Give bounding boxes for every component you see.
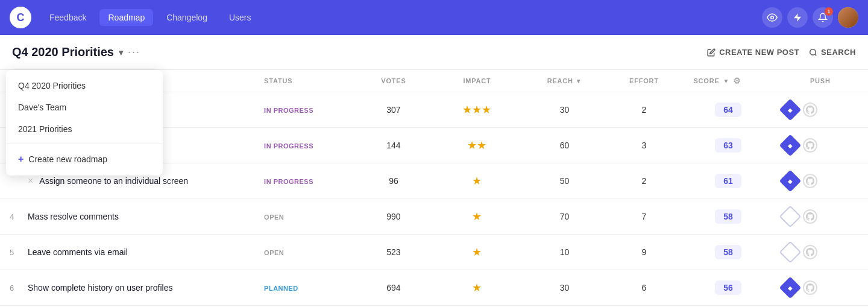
- row-title-cell: 5 Leave comments via email: [0, 235, 254, 270]
- row-votes-cell: 144: [358, 128, 430, 163]
- github-icon[interactable]: [803, 138, 817, 153]
- row-reach-cell: 10: [525, 235, 605, 270]
- row-reach-cell: 70: [525, 199, 605, 235]
- row-votes-cell: 990: [358, 199, 430, 235]
- github-icon[interactable]: [803, 245, 817, 259]
- row-score-cell: 58: [684, 199, 772, 235]
- row-effort-cell: 7: [605, 199, 684, 235]
- row-title-cell: 6 Show complete history on user profiles: [0, 270, 254, 306]
- create-roadmap-label: Create new roadmap: [28, 154, 107, 164]
- dropdown-item-daves-team[interactable]: Dave's Team: [6, 97, 163, 118]
- push-diamond-icon[interactable]: ◆: [779, 277, 801, 299]
- row-score-cell: 61: [684, 163, 772, 199]
- create-post-label: CREATE NEW POST: [719, 48, 799, 57]
- create-post-button[interactable]: CREATE NEW POST: [707, 48, 799, 57]
- github-icon[interactable]: [803, 280, 817, 295]
- row-votes-cell: 694: [358, 270, 430, 306]
- dropdown-divider: [6, 144, 163, 144]
- eye-icon-button[interactable]: [762, 7, 782, 28]
- row-votes-cell: 307: [358, 92, 430, 128]
- page-title: Q4 2020 Priorities: [12, 45, 114, 59]
- col-header-impact: IMPACT: [429, 70, 524, 92]
- bell-icon-button[interactable]: 1: [813, 7, 833, 28]
- col-header-status: STATUS: [254, 70, 357, 92]
- table-row: 5 Leave comments via email OPEN 523 ★ 10…: [0, 235, 868, 270]
- score-value: 64: [715, 103, 741, 117]
- logo[interactable]: C: [10, 7, 31, 28]
- score-value: 61: [715, 174, 741, 188]
- row-impact-cell: ★: [429, 199, 524, 235]
- table-row: 6 Show complete history on user profiles…: [0, 270, 868, 306]
- score-gear-icon[interactable]: ⚙: [733, 76, 741, 86]
- row-effort-cell: 3: [605, 128, 684, 163]
- col-header-votes: VOTES: [358, 70, 430, 92]
- push-diamond-icon-ghost[interactable]: [779, 206, 801, 228]
- bell-badge: 1: [825, 7, 833, 16]
- push-diamond-icon-ghost[interactable]: [779, 241, 801, 264]
- plus-icon: +: [18, 154, 24, 165]
- row-title[interactable]: Show complete history on user profiles: [28, 283, 172, 293]
- row-votes-cell: 96: [358, 163, 430, 199]
- row-reach-cell: 30: [525, 270, 605, 306]
- col-header-reach[interactable]: REACH ▼: [525, 70, 605, 92]
- status-badge: OPEN: [264, 214, 284, 221]
- row-status-cell: OPEN: [254, 199, 357, 235]
- table-row: 4 Mass resolve comments OPEN 990 ★ 70 7 …: [0, 199, 868, 235]
- search-button[interactable]: SEARCH: [809, 48, 856, 57]
- row-title[interactable]: Mass resolve comments: [28, 212, 119, 221]
- push-diamond-icon[interactable]: ◆: [779, 135, 801, 157]
- github-icon[interactable]: [803, 103, 817, 117]
- status-badge: OPEN: [264, 249, 284, 256]
- row-score-cell: 58: [684, 235, 772, 270]
- row-impact-cell: ★★: [429, 128, 524, 163]
- status-badge: PLANNED: [264, 285, 298, 292]
- row-impact-cell: ★: [429, 163, 524, 199]
- push-diamond-icon[interactable]: ◆: [779, 99, 801, 121]
- nav-users[interactable]: Users: [221, 9, 260, 26]
- header-title-dropdown[interactable]: Q4 2020 Priorities ▾: [12, 45, 123, 59]
- row-status-cell: OPEN: [254, 235, 357, 270]
- svg-point-2: [810, 49, 816, 54]
- row-title[interactable]: Leave comments via email: [28, 247, 128, 257]
- row-status-cell: IN PROGRESS: [254, 128, 357, 163]
- status-badge: IN PROGRESS: [264, 178, 313, 185]
- navigation: C Feedback Roadmap Changelog Users 1: [0, 0, 868, 35]
- status-badge: IN PROGRESS: [264, 107, 313, 114]
- nav-changelog[interactable]: Changelog: [158, 9, 216, 26]
- score-value: 56: [715, 280, 741, 295]
- score-value: 58: [715, 245, 741, 259]
- github-icon[interactable]: [803, 174, 817, 188]
- svg-line-3: [815, 54, 817, 55]
- create-roadmap-button[interactable]: + Create new roadmap: [6, 148, 163, 171]
- search-label: SEARCH: [821, 48, 856, 57]
- col-header-effort: EFFORT: [605, 70, 684, 92]
- row-number: 5: [10, 248, 22, 257]
- row-push-cell: ◆: [773, 270, 868, 306]
- status-badge: IN PROGRESS: [264, 142, 313, 150]
- dropdown-item-q4[interactable]: Q4 2020 Priorities: [6, 75, 163, 97]
- nav-feedback[interactable]: Feedback: [41, 9, 95, 26]
- dropdown-item-2021[interactable]: 2021 Priorities: [6, 118, 163, 140]
- reach-sort-icon: ▼: [576, 78, 582, 84]
- github-icon[interactable]: [803, 209, 817, 224]
- lightning-icon-button[interactable]: [787, 7, 808, 28]
- row-title[interactable]: Assign someone to an individual screen: [39, 176, 188, 186]
- row-effort-cell: 9: [605, 235, 684, 270]
- row-score-cell: 64: [684, 92, 772, 128]
- nav-icons: 1: [762, 7, 858, 28]
- page-header: Q4 2020 Priorities ▾ ··· Q4 2020 Priorit…: [0, 35, 868, 70]
- row-effort-cell: 2: [605, 163, 684, 199]
- user-avatar[interactable]: [838, 7, 858, 28]
- svg-marker-1: [794, 13, 801, 21]
- more-options-button[interactable]: ···: [128, 46, 140, 59]
- row-score-cell: 63: [684, 128, 772, 163]
- row-reach-cell: 50: [525, 163, 605, 199]
- row-reach-cell: 60: [525, 128, 605, 163]
- score-value: 58: [715, 209, 741, 224]
- row-votes-cell: 523: [358, 235, 430, 270]
- push-diamond-icon[interactable]: ◆: [779, 170, 801, 192]
- row-effort-cell: 2: [605, 92, 684, 128]
- nav-roadmap[interactable]: Roadmap: [99, 9, 153, 26]
- row-number: 4: [10, 212, 22, 221]
- col-header-score: SCORE ▼ ⚙: [684, 70, 772, 92]
